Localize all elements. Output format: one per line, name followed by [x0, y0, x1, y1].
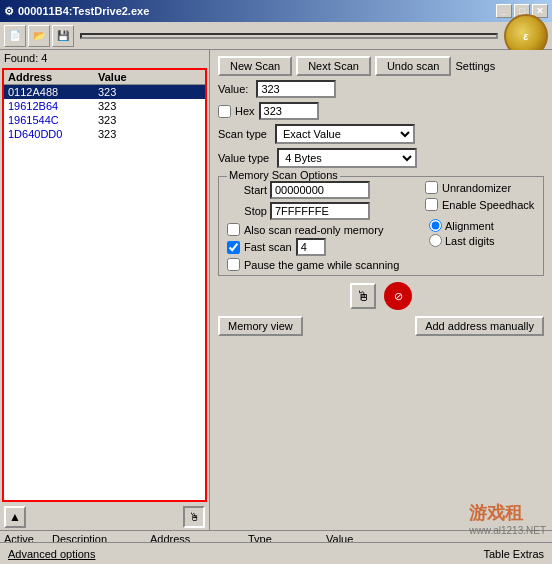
results-header: Address Value [4, 70, 205, 85]
col-address-header: Address [8, 71, 98, 83]
cursor-icon: 🖱 [356, 288, 370, 304]
result-value: 323 [98, 128, 178, 140]
hex-label: Hex [235, 105, 255, 117]
results-body: 0112A488 323 19612B64 323 1961544C 323 1… [4, 85, 205, 141]
next-scan-button[interactable]: Next Scan [296, 56, 371, 76]
also-scan-label: Also scan read-only memory [244, 224, 383, 236]
result-address: 1D640DD0 [8, 128, 98, 140]
pause-label: Pause the game while scanning [244, 259, 399, 271]
fast-scan-input[interactable] [296, 238, 326, 256]
scan-type-select[interactable]: Exact Value Bigger than... Smaller than.… [275, 124, 415, 144]
hex-checkbox[interactable] [218, 105, 231, 118]
hex-row: Hex [218, 102, 544, 120]
result-value: 323 [98, 114, 178, 126]
fast-scan-label: Fast scan [244, 241, 292, 253]
speedhack-checkbox[interactable] [425, 198, 438, 211]
scan-type-label: Scan type [218, 128, 267, 140]
value-input[interactable] [256, 80, 336, 98]
result-address: 19612B64 [8, 100, 98, 112]
stop-button[interactable]: ⊘ [384, 282, 412, 310]
memory-scan-group: Memory Scan Options Start Stop Also scan… [218, 176, 544, 276]
stop-label: Stop [227, 205, 267, 217]
new-scan-button[interactable]: New Scan [218, 56, 292, 76]
status-bar: Advanced options Table Extras [0, 542, 552, 564]
value-row: Value: [218, 80, 544, 98]
speedhack-label: Enable Speedhack [442, 199, 534, 211]
stop-input[interactable] [270, 202, 370, 220]
alignment-label: Alignment [445, 220, 494, 232]
result-value: 323 [98, 100, 178, 112]
result-value: 323 [98, 86, 178, 98]
found-label: Found: 4 [0, 50, 209, 66]
undo-scan-button[interactable]: Undo scan [375, 56, 452, 76]
toolbar-btn-3[interactable]: 💾 [52, 25, 74, 47]
unrandomizer-label: Unrandomizer [442, 182, 511, 194]
memory-view-button[interactable]: Memory view [218, 316, 303, 336]
last-digits-radio[interactable] [429, 234, 442, 247]
start-input[interactable] [270, 181, 370, 199]
result-address: 0112A488 [8, 86, 98, 98]
toolbar: 📄 📂 💾 ε [0, 22, 552, 50]
minimize-button[interactable]: _ [496, 4, 512, 18]
logo-letter: ε [523, 30, 528, 42]
table-row[interactable]: 1D640DD0 323 [4, 127, 205, 141]
title-text: 000011B4:TestDrive2.exe [18, 5, 149, 17]
table-row[interactable]: 1961544C 323 [4, 113, 205, 127]
scan-controls-row: 🖱 ⊘ [218, 282, 544, 310]
advanced-options-label[interactable]: Advanced options [8, 548, 95, 560]
scroll-up-button[interactable]: ▲ [4, 506, 26, 528]
col-value-header: Value [98, 71, 178, 83]
start-label: Start [227, 184, 267, 196]
results-table: Address Value 0112A488 323 19612B64 323 … [2, 68, 207, 502]
watermark-url-text: www.al1213.NET [469, 525, 546, 536]
also-scan-checkbox[interactable] [227, 223, 240, 236]
toolbar-btn-1[interactable]: 📄 [4, 25, 26, 47]
table-row[interactable]: 19612B64 323 [4, 99, 205, 113]
value-label: Value: [218, 83, 248, 95]
last-digits-label: Last digits [445, 235, 495, 247]
watermark: 游戏租 www.al1213.NET [469, 501, 546, 536]
app-icon: ⚙ [4, 5, 14, 18]
alignment-radio[interactable] [429, 219, 442, 232]
scan-buttons: New Scan Next Scan Undo scan Settings [218, 56, 544, 76]
toolbar-btn-2[interactable]: 📂 [28, 25, 50, 47]
fast-scan-checkbox[interactable] [227, 241, 240, 254]
pause-checkbox[interactable] [227, 258, 240, 271]
value-type-label: Value type [218, 152, 269, 164]
add-address-button[interactable]: Add address manually [415, 316, 544, 336]
value-type-select[interactable]: 4 Bytes 2 Bytes 1 Byte 8 Bytes Float Dou… [277, 148, 417, 168]
title-bar: ⚙ 000011B4:TestDrive2.exe _ □ ✕ [0, 0, 552, 22]
unrandomizer-checkbox[interactable] [425, 181, 438, 194]
scan-type-row: Scan type Exact Value Bigger than... Sma… [218, 124, 544, 144]
result-address: 1961544C [8, 114, 98, 126]
pointer-button[interactable]: 🖱 [183, 506, 205, 528]
pointer-icon-button[interactable]: 🖱 [350, 283, 376, 309]
hex-value-input[interactable] [259, 102, 319, 120]
watermark-game-text: 游戏租 [469, 501, 546, 525]
settings-link[interactable]: Settings [455, 60, 495, 72]
table-row[interactable]: 0112A488 323 [4, 85, 205, 99]
table-extras-label[interactable]: Table Extras [483, 548, 544, 560]
memory-scan-title: Memory Scan Options [227, 169, 340, 181]
stop-icon: ⊘ [394, 290, 403, 303]
value-type-row: Value type 4 Bytes 2 Bytes 1 Byte 8 Byte… [218, 148, 544, 168]
